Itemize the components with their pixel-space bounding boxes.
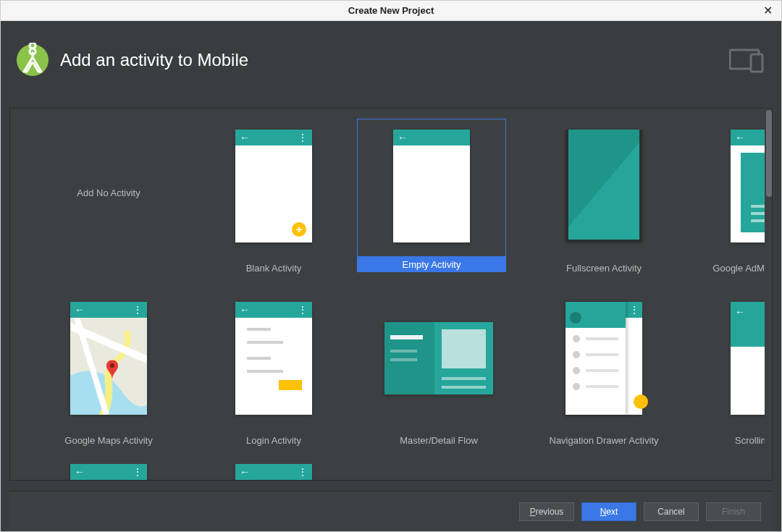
back-arrow-icon: ←: [75, 467, 85, 477]
template-empty-activity[interactable]: ← Empty Activity: [357, 119, 506, 275]
close-icon[interactable]: ✕: [761, 4, 774, 17]
template-label: Master/Detail Flow: [374, 433, 504, 447]
next-button[interactable]: Next: [581, 502, 636, 521]
svg-rect-3: [751, 54, 762, 72]
wizard-body: Add No Activity ← ⋮ +: [1, 99, 781, 531]
template-blank-activity[interactable]: ← ⋮ + Blank Activity: [209, 119, 339, 275]
template-gallery: Add No Activity ← ⋮ +: [9, 108, 773, 481]
template-label: Login Activity: [209, 433, 339, 447]
back-arrow-icon: ←: [398, 132, 408, 143]
template-label: Google AdMob Ads Activity: [704, 261, 765, 275]
gallery-scrollbar[interactable]: [765, 109, 772, 480]
template-label: Google Maps Activity: [43, 433, 174, 447]
overflow-icon: ⋮: [629, 304, 639, 316]
template-master-detail-flow[interactable]: Master/Detail Flow: [374, 291, 504, 447]
template-label: Add No Activity: [51, 130, 167, 256]
back-arrow-icon: ←: [240, 132, 250, 143]
fab-icon: [634, 394, 648, 409]
back-arrow-icon: ←: [735, 306, 745, 318]
template-label: Blank Activity: [209, 261, 339, 275]
template-login-activity[interactable]: ← ⋮: [209, 291, 339, 447]
back-arrow-icon: ←: [240, 467, 250, 477]
back-arrow-icon: ←: [573, 134, 583, 145]
template-label: Scrolling Activity: [704, 433, 765, 447]
wizard-header: Add an activity to Mobile: [1, 21, 781, 99]
finish-button: Finish: [706, 502, 761, 521]
template-admob-activity[interactable]: ← ⋮ Ad: [704, 119, 765, 275]
android-studio-logo: [15, 43, 50, 77]
avatar-icon: [570, 312, 581, 324]
back-arrow-icon: ←: [75, 305, 85, 315]
template-google-maps-activity[interactable]: ← ⋮: [43, 291, 174, 447]
cancel-button[interactable]: Cancel: [644, 502, 699, 521]
page-title: Add an activity to Mobile: [60, 50, 248, 70]
nav-dots: [568, 233, 639, 237]
titlebar: Create New Project ✕: [1, 1, 781, 21]
back-arrow-icon: ←: [240, 305, 250, 315]
dialog-window: Create New Project ✕ Add an activity to …: [0, 0, 782, 532]
login-submit-icon: [279, 380, 302, 390]
template-row3-b[interactable]: ← ⋮: [209, 463, 339, 480]
template-fullscreen-activity[interactable]: ← Fullscreen Activity: [539, 119, 669, 275]
form-factor-icon: [729, 47, 765, 73]
template-navigation-drawer-activity[interactable]: ⋮: [539, 291, 669, 447]
fab-plus-icon: +: [292, 222, 306, 237]
scrollbar-thumb[interactable]: [766, 110, 772, 197]
wizard-footer: Previous Next Cancel Finish: [9, 491, 773, 531]
template-label: Empty Activity: [357, 257, 506, 272]
template-label: Fullscreen Activity: [539, 261, 669, 275]
template-scrolling-activity[interactable]: ← ⋮ ★ Scrolling Activity: [704, 291, 765, 447]
expand-icon: [625, 132, 635, 143]
template-label: Navigation Drawer Activity: [539, 433, 669, 447]
template-add-no-activity[interactable]: Add No Activity: [43, 119, 174, 275]
window-title: Create New Project: [348, 5, 434, 16]
back-arrow-icon: ←: [735, 132, 745, 143]
template-row3-a[interactable]: ← ⋮: [43, 463, 174, 480]
overflow-icon: ⋮: [298, 305, 308, 315]
previous-button[interactable]: Previous: [519, 502, 574, 521]
overflow-icon: ⋮: [133, 305, 143, 315]
svg-point-5: [110, 363, 114, 368]
overflow-icon: ⋮: [298, 132, 308, 143]
overflow-icon: ⋮: [298, 467, 308, 477]
overflow-icon: ⋮: [133, 467, 143, 477]
template-gallery-viewport[interactable]: Add No Activity ← ⋮ +: [10, 109, 765, 480]
